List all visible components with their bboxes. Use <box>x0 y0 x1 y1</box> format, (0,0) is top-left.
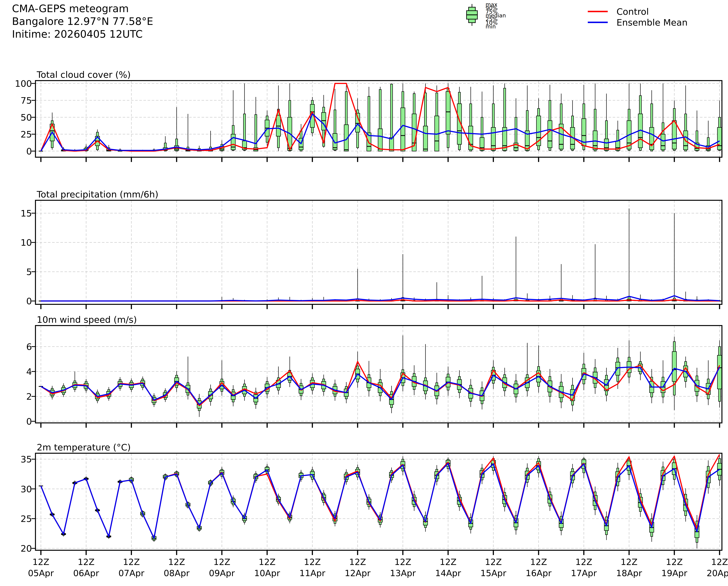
xtick-time-label: 12Z <box>666 557 683 567</box>
xtick-date-label: 06Apr <box>73 568 99 578</box>
xtick-time-label: 12Z <box>304 557 321 567</box>
precip-panel-title: Total precipitation (mm/6h) <box>36 189 158 199</box>
cloud-ytick-label: 75 <box>21 95 32 106</box>
temp-ytick-label: 25 <box>21 513 32 524</box>
xtick-time-label: 12Z <box>78 557 95 567</box>
precip-panel: 051015 <box>21 200 722 309</box>
temp-ytick-label: 20 <box>21 543 32 554</box>
xtick-date-label: 11Apr <box>299 568 326 578</box>
xtick-time-label: 12Z <box>575 557 593 567</box>
wind-boxplots <box>39 336 722 417</box>
xtick-time-label: 12Z <box>530 557 547 567</box>
precip-ensemble-mean-line <box>41 296 720 301</box>
xtick-time-label: 12Z <box>214 557 230 567</box>
wind-ytick-label: 0 <box>26 416 32 427</box>
cloud-panel-title: Total cloud cover (%) <box>36 70 131 80</box>
xtick-time-label: 12Z <box>259 557 276 567</box>
temp-panel: 20253035 <box>21 453 722 555</box>
xtick-time-label: 12Z <box>123 557 140 567</box>
xtick-date-label: 20Apr <box>707 568 728 578</box>
cloud-ytick-label: 100 <box>15 78 32 89</box>
xtick-time-label: 12Z <box>168 557 185 567</box>
temp-ytick-label: 35 <box>21 454 32 464</box>
xtick-time-label: 12Z <box>440 557 457 567</box>
cloud-ytick-label: 50 <box>21 112 32 123</box>
x-axis-labels: 12Z05Apr12Z06Apr12Z07Apr12Z08Apr12Z09Apr… <box>28 557 728 578</box>
xtick-date-label: 17Apr <box>571 568 597 578</box>
legend-label-min: min <box>485 23 496 30</box>
cloud-ytick-label: 0 <box>26 146 32 156</box>
line-legend: Control Ensemble Mean <box>588 6 687 28</box>
xtick-date-label: 15Apr <box>480 568 506 578</box>
xtick-date-label: 16Apr <box>526 568 552 578</box>
xtick-time-label: 12Z <box>621 557 637 567</box>
precip-frame <box>35 200 722 304</box>
meteogram-figure: CMA-GEPS meteogram Bangalore 12.97°N 77.… <box>0 0 728 586</box>
precip-ytick-label: 5 <box>26 267 32 277</box>
wind-ytick-label: 2 <box>26 391 32 402</box>
xtick-time-label: 12Z <box>349 557 366 567</box>
precip-ytick-label: 15 <box>21 208 32 218</box>
xtick-time-label: 12Z <box>394 557 411 567</box>
xtick-time-label: 12Z <box>485 557 502 567</box>
control-legend-label: Control <box>617 6 649 17</box>
wind-ytick-label: 6 <box>26 342 32 352</box>
xtick-date-label: 18Apr <box>616 568 642 578</box>
xtick-date-label: 05Apr <box>28 568 54 578</box>
wind-ytick-label: 4 <box>26 366 32 377</box>
meteogram-chart: max 90% 75% median 25% 10% min Control E… <box>0 0 728 586</box>
precip-gridlines <box>35 200 722 304</box>
xtick-date-label: 10Apr <box>254 568 280 578</box>
temp-ytick-label: 30 <box>21 484 32 494</box>
temp-boxplots <box>39 456 722 548</box>
wind-panel-title: 10m wind speed (m/s) <box>37 314 137 325</box>
precip-ytick-label: 10 <box>21 237 32 248</box>
cloud-panel: 0255075100 <box>15 78 722 162</box>
wind-panel: 0246 <box>26 325 722 428</box>
cloud-ytick-label: 25 <box>21 129 32 139</box>
precip-ytick-label: 0 <box>26 296 32 306</box>
precip-axis-ticks: 051015 <box>21 208 720 309</box>
precip-boxplots <box>39 208 722 301</box>
xtick-date-label: 07Apr <box>118 568 144 578</box>
xtick-time-label: 12Z <box>32 557 49 567</box>
xtick-date-label: 09Apr <box>209 568 235 578</box>
boxplot-legend: max 90% 75% median 25% 10% min <box>467 1 506 30</box>
xtick-date-label: 12Apr <box>345 568 371 578</box>
xtick-date-label: 19Apr <box>661 568 687 578</box>
xtick-date-label: 14Apr <box>435 568 461 578</box>
xtick-date-label: 08Apr <box>164 568 190 578</box>
xtick-date-label: 13Apr <box>390 568 416 578</box>
ensemble-mean-legend-label: Ensemble Mean <box>617 17 687 28</box>
xtick-time-label: 12Z <box>711 557 728 567</box>
temp-panel-title: 2m temperature (°C) <box>37 442 131 452</box>
